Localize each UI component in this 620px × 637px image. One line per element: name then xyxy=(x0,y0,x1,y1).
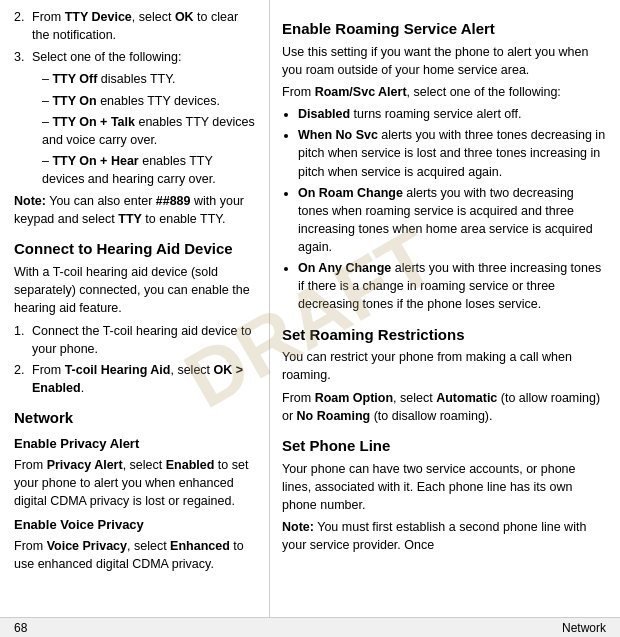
roaming-restrictions-body2: From Roam Option, select Automatic (to a… xyxy=(282,389,606,425)
left-column: 2. From TTY Device, select OK to clear t… xyxy=(0,0,270,637)
roaming-restrictions-body1: You can restrict your phone from making … xyxy=(282,348,606,384)
list-text: Select one of the following: xyxy=(32,48,181,66)
on-any-change-option: On Any Change alerts you with three incr… xyxy=(298,259,606,313)
step-text-2: From T-coil Hearing Aid, select OK > Ena… xyxy=(32,361,257,397)
privacy-alert-body: From Privacy Alert, select Enabled to se… xyxy=(14,456,257,510)
tty-note: Note: You can also enter ##889 with your… xyxy=(14,192,257,228)
network-heading: Network xyxy=(14,407,257,429)
tty-device-label: TTY Device xyxy=(65,10,132,24)
set-phone-line-heading: Set Phone Line xyxy=(282,435,606,457)
tty-on-talk-item: TTY On + Talk enables TTY devices and vo… xyxy=(42,113,257,149)
tty-options-list: TTY Off disables TTY. TTY On enables TTY… xyxy=(42,70,257,188)
hearing-aid-steps: 1. Connect the T-coil hearing aid device… xyxy=(14,322,257,398)
step-text-1: Connect the T-coil hearing aid device to… xyxy=(32,322,257,358)
hearing-step-2: 2. From T-coil Hearing Aid, select OK > … xyxy=(14,361,257,397)
roaming-service-alert-intro: Use this setting if you want the phone t… xyxy=(282,43,606,79)
page-container: 2. From TTY Device, select OK to clear t… xyxy=(0,0,620,637)
page-label: Network xyxy=(562,621,606,635)
list-text: From TTY Device, select OK to clear the … xyxy=(32,8,257,44)
roaming-options-list: Disabled turns roaming service alert off… xyxy=(298,105,606,313)
ok-label: OK xyxy=(175,10,194,24)
enable-privacy-alert-heading: Enable Privacy Alert xyxy=(14,435,257,454)
set-phone-line-note: Note: You must first establish a second … xyxy=(282,518,606,554)
list-number: 2. xyxy=(14,8,28,44)
page-number: 68 xyxy=(14,621,27,635)
footer-bar: 68 Network xyxy=(0,617,620,637)
roam-svc-alert-intro: From Roam/Svc Alert, select one of the f… xyxy=(282,83,606,101)
hearing-step-1: 1. Connect the T-coil hearing aid device… xyxy=(14,322,257,358)
connect-hearing-aid-body: With a T-coil hearing aid device (sold s… xyxy=(14,263,257,317)
tty-off-item: TTY Off disables TTY. xyxy=(42,70,257,88)
when-no-svc-option: When No Svc alerts you with three tones … xyxy=(298,126,606,180)
disabled-option: Disabled turns roaming service alert off… xyxy=(298,105,606,123)
step-num-2: 2. xyxy=(14,361,28,397)
step-num-1: 1. xyxy=(14,322,28,358)
on-roam-change-option: On Roam Change alerts you with two decre… xyxy=(298,184,606,257)
right-column: Enable Roaming Service Alert Use this se… xyxy=(270,0,620,637)
set-phone-line-body: Your phone can have two service accounts… xyxy=(282,460,606,514)
enable-voice-privacy-heading: Enable Voice Privacy xyxy=(14,516,257,535)
connect-hearing-aid-heading: Connect to Hearing Aid Device xyxy=(14,238,257,260)
voice-privacy-body: From Voice Privacy, select Enhanced to u… xyxy=(14,537,257,573)
list-number: 3. xyxy=(14,48,28,66)
list-item-2: 2. From TTY Device, select OK to clear t… xyxy=(14,8,257,44)
tty-on-hear-item: TTY On + Hear enables TTY devices and he… xyxy=(42,152,257,188)
list-item-3: 3. Select one of the following: xyxy=(14,48,257,66)
tty-on-item: TTY On enables TTY devices. xyxy=(42,92,257,110)
roaming-service-alert-heading: Enable Roaming Service Alert xyxy=(282,18,606,40)
set-roaming-restrictions-heading: Set Roaming Restrictions xyxy=(282,324,606,346)
